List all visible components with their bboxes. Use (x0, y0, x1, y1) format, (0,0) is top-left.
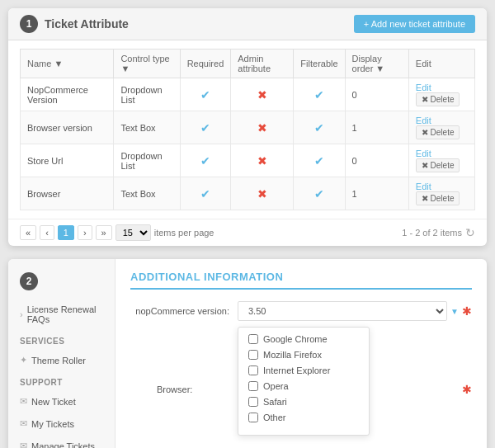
check-icon: ✔ (200, 187, 210, 200)
sidebar-item-theme-roller[interactable]: ✦ Theme Roller (8, 349, 115, 371)
cell-order: 0 (345, 144, 408, 177)
edit-link[interactable]: Edit (416, 83, 431, 92)
page-first-button[interactable]: « (20, 225, 36, 240)
cross-icon: ✖ (257, 88, 267, 101)
sidebar-item-faqs-label: License Renewal FAQs (27, 304, 103, 324)
col-control: Control type ▼ (114, 50, 180, 78)
col-name: Name ▼ (21, 50, 114, 78)
check-icon: ✔ (200, 154, 210, 167)
browser-checkbox[interactable] (248, 381, 258, 391)
cell-edit: Edit ✖ Delete (408, 111, 474, 144)
nopcommerce-version-label: nopCommerce version: (130, 306, 238, 316)
pagination-bar: « ‹ 1 › » 15 25 50 items per page 1 - 2 … (8, 219, 487, 246)
delete-button[interactable]: ✖ Delete (416, 125, 460, 139)
browser-required-star: ✱ (462, 383, 472, 396)
browser-option[interactable]: Safari (248, 397, 359, 407)
col-edit: Edit (408, 50, 474, 78)
col-admin: Admin attribute (231, 50, 294, 78)
browser-option-label: Google Chrome (263, 334, 328, 344)
browser-option[interactable]: Other (248, 413, 359, 422)
additional-info-title: ADDITIONAL INFORMATION (130, 271, 472, 290)
cell-control: Dropdown List (114, 144, 180, 177)
edit-link[interactable]: Edit (416, 182, 431, 191)
browser-dropdown-popup: Google ChromeMozilla FirefoxInternet Exp… (238, 327, 370, 436)
browser-option[interactable]: Opera (248, 381, 359, 391)
delete-button[interactable]: ✖ Delete (416, 92, 460, 106)
panel-ticket-attribute: 1 Ticket Attribute + Add new ticket attr… (8, 8, 487, 246)
cell-order: 1 (345, 111, 408, 144)
browser-checkbox[interactable] (248, 413, 258, 422)
main-content: ADDITIONAL INFORMATION nopCommerce versi… (116, 259, 487, 448)
cell-name: Browser (21, 177, 114, 210)
cell-filterable: ✔ (294, 177, 345, 210)
page-prev-button[interactable]: ‹ (40, 225, 54, 240)
browser-option[interactable]: Internet Explorer (248, 365, 359, 375)
per-page-select[interactable]: 15 25 50 (116, 224, 151, 241)
table-area: Name ▼ Control type ▼ Required Admin att… (8, 40, 487, 219)
sidebar-new-ticket-label: New Ticket (31, 397, 76, 407)
edit-link[interactable]: Edit (416, 149, 431, 158)
sidebar-section-services: SERVICES (8, 330, 115, 349)
page-1-button[interactable]: 1 (58, 225, 74, 240)
cell-admin: ✖ (231, 144, 294, 177)
cell-control: Dropdown List (114, 78, 180, 111)
faq-icon: › (20, 309, 23, 319)
browser-option[interactable]: Mozilla Firefox (248, 350, 359, 360)
check-icon: ✔ (200, 88, 210, 101)
sidebar-item-manage-tickets[interactable]: ✉ Manage Tickets (8, 435, 115, 448)
cell-edit: Edit ✖ Delete (408, 78, 474, 111)
check-icon: ✔ (314, 187, 324, 200)
manage-icon: ✉ (20, 441, 27, 448)
panel-badge: 1 (20, 15, 38, 33)
cell-required: ✔ (180, 177, 231, 210)
check-icon: ✔ (314, 154, 324, 167)
ticket-attribute-table: Name ▼ Control type ▼ Required Admin att… (20, 49, 475, 210)
cell-edit: Edit ✖ Delete (408, 144, 474, 177)
add-ticket-attribute-button[interactable]: + Add new ticket attribute (354, 15, 475, 33)
cell-filterable: ✔ (294, 144, 345, 177)
table-row: Browser version Text Box ✔ ✖ ✔ 1 Edit ✖ … (21, 111, 475, 144)
panel-title: 1 Ticket Attribute (20, 15, 129, 33)
per-page-label: items per page (154, 228, 214, 238)
browser-checkbox[interactable] (248, 397, 258, 407)
page-last-button[interactable]: » (96, 225, 112, 240)
browser-option-label: Opera (263, 381, 289, 391)
check-icon: ✔ (200, 121, 210, 134)
page-next-button[interactable]: › (78, 225, 92, 240)
browser-option-label: Safari (263, 397, 287, 407)
browser-option[interactable]: Google Chrome (248, 334, 359, 344)
page-info: 1 - 2 of 2 items (402, 228, 462, 238)
sidebar-item-my-tickets[interactable]: ✉ My Tickets (8, 413, 115, 435)
browser-option-label: Internet Explorer (263, 365, 330, 375)
sidebar-item-new-ticket[interactable]: ✉ New Ticket (8, 390, 115, 413)
cell-control: Text Box (114, 177, 180, 210)
edit-link[interactable]: Edit (416, 116, 431, 125)
delete-button[interactable]: ✖ Delete (416, 158, 460, 172)
sidebar-section-support: SUPPORT (8, 371, 115, 390)
sidebar: 2 › License Renewal FAQs SERVICES ✦ Them… (8, 259, 116, 448)
cross-icon: ✖ (257, 154, 267, 167)
nopcommerce-version-select[interactable]: 3.50 3.40 3.30 (238, 301, 447, 321)
browser-checkbox[interactable] (248, 350, 258, 360)
check-icon: ✔ (314, 121, 324, 134)
sidebar-item-faqs[interactable]: › License Renewal FAQs (8, 299, 115, 330)
cell-name: NopCommerce Version (21, 78, 114, 111)
browser-option-label: Other (263, 413, 286, 422)
cell-required: ✔ (180, 111, 231, 144)
refresh-icon[interactable]: ↻ (465, 226, 475, 239)
browser-field-label: Browser: (157, 384, 192, 394)
delete-button[interactable]: ✖ Delete (416, 191, 460, 205)
browser-checkbox[interactable] (248, 365, 258, 375)
theme-icon: ✦ (20, 355, 27, 365)
cell-admin: ✖ (231, 111, 294, 144)
browser-option-label: Mozilla Firefox (263, 350, 322, 360)
cell-name: Store Url (21, 144, 114, 177)
browser-checkbox[interactable] (248, 334, 258, 344)
cell-required: ✔ (180, 78, 231, 111)
my-tickets-icon: ✉ (20, 418, 27, 429)
col-order: Display order ▼ (345, 50, 408, 78)
table-row: Browser Text Box ✔ ✖ ✔ 1 Edit ✖ Delete (21, 177, 475, 210)
cell-order: 0 (345, 78, 408, 111)
select-arrow-icon: ▼ (450, 307, 459, 316)
sidebar-theme-roller-label: Theme Roller (31, 356, 86, 365)
